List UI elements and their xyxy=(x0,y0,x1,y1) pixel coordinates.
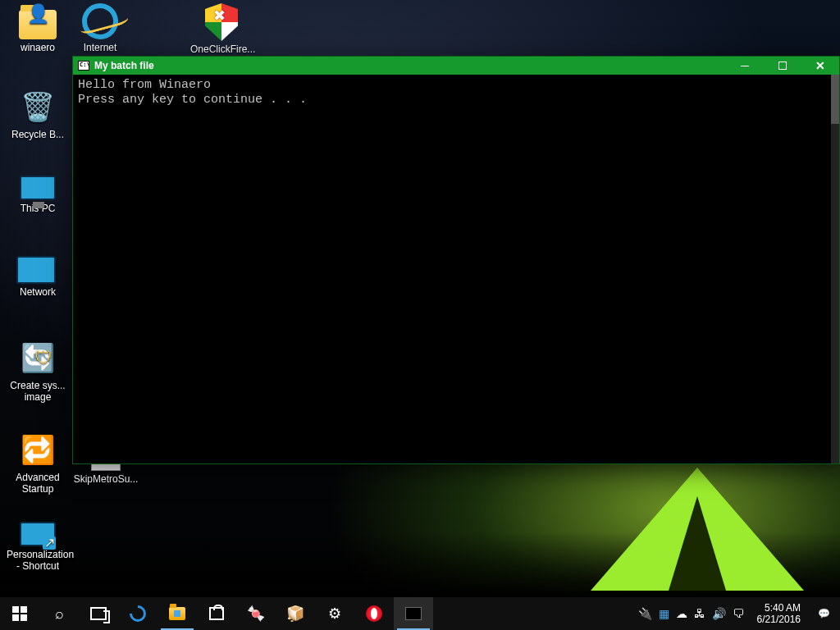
store-icon xyxy=(209,607,224,620)
desktop-icon-personalization-shortcut[interactable]: Personalization - Shortcut xyxy=(7,517,69,572)
taskbar-pinned-app-1[interactable]: 🍬 xyxy=(236,597,276,630)
terminal-output[interactable]: Hello from Winaero Press any key to cont… xyxy=(73,75,839,463)
desktop-icon-oneclickfirewall[interactable]: OneClickFire... xyxy=(190,3,253,55)
desktop-icon-winaero[interactable]: 👤 winaero xyxy=(7,3,69,53)
gears-shield-icon: 🔄 xyxy=(18,338,57,377)
command-prompt-window[interactable]: My batch file ✕ Hello from Winaero Press… xyxy=(72,56,840,464)
taskbar-clock[interactable]: 5:40 AM 6/21/2016 xyxy=(751,597,807,630)
icon-label: Internet xyxy=(84,42,117,53)
clock-date: 6/21/2016 xyxy=(757,614,801,625)
minimize-button[interactable] xyxy=(726,57,764,75)
window-titlebar[interactable]: My batch file ✕ xyxy=(73,57,839,75)
taskbar-settings[interactable]: ⚙ xyxy=(315,597,354,630)
tray-onedrive-icon[interactable]: ☁ xyxy=(676,607,687,620)
taskbar-cmd[interactable] xyxy=(394,597,433,630)
scrollbar-thumb[interactable] xyxy=(831,75,839,124)
action-center-icon: 💬 xyxy=(818,608,830,619)
icon-label: Advanced Startup xyxy=(16,472,59,495)
edge-icon xyxy=(126,602,149,625)
taskbar: ⌕ 🍬 🧊 ⚙ 🔌 ▦ ☁ 🖧 🔊 🗨 5:40 AM 6/21/2016 💬 xyxy=(0,597,840,630)
desktop-icon-internet-explorer[interactable]: Internet xyxy=(69,3,131,53)
gear-icon: ⚙ xyxy=(328,606,341,621)
taskbar-pinned-app-2[interactable]: 🧊 xyxy=(276,597,315,630)
terminal-line: Hello from Winaero xyxy=(78,78,211,92)
maximize-icon xyxy=(778,62,787,70)
app-icon: 🧊 xyxy=(286,606,304,621)
desktop-icon-create-system-image[interactable]: 🔄 Create sys... image xyxy=(7,338,69,403)
start-button[interactable] xyxy=(0,597,39,630)
desktop-icon-recycle-bin[interactable]: 🗑️ Recycle B... xyxy=(7,87,69,140)
shield-icon xyxy=(205,3,238,41)
desktop-icon-network[interactable]: Network xyxy=(7,254,69,298)
taskbar-opera[interactable] xyxy=(354,597,394,630)
terminal-line: Press any key to continue . . . xyxy=(78,93,307,107)
network-icon xyxy=(20,259,56,284)
search-button[interactable]: ⌕ xyxy=(39,597,79,630)
clock-time: 5:40 AM xyxy=(765,602,801,614)
tray-safely-remove-icon[interactable]: 🔌 xyxy=(638,607,652,620)
file-explorer-icon xyxy=(169,607,185,620)
tray-volume-icon[interactable]: 🔊 xyxy=(712,607,726,620)
maximize-button[interactable] xyxy=(764,57,801,75)
icon-label: OneClickFire... xyxy=(190,43,255,55)
recycle-bin-icon: 🗑️ xyxy=(18,87,57,126)
icon-label: winaero xyxy=(21,42,55,53)
close-icon: ✕ xyxy=(815,60,825,71)
search-icon: ⌕ xyxy=(55,606,64,621)
window-controls: ✕ xyxy=(726,57,839,75)
tray-defender-icon[interactable]: ▦ xyxy=(659,607,669,620)
taskbar-store[interactable] xyxy=(197,597,236,630)
personalization-icon xyxy=(20,522,56,546)
icon-label: SkipMetroSu... xyxy=(74,473,139,485)
refresh-icon: 🔁 xyxy=(18,430,57,469)
app-icon: 🍬 xyxy=(247,606,265,621)
desktop-icon-advanced-startup[interactable]: 🔁 Advanced Startup xyxy=(7,430,69,495)
tray-network-icon[interactable]: 🖧 xyxy=(694,607,705,620)
action-center-button[interactable]: 💬 xyxy=(807,597,840,630)
taskview-icon xyxy=(90,607,107,620)
cmd-icon xyxy=(405,607,422,620)
window-title: My batch file xyxy=(94,60,154,71)
scrollbar[interactable]: ▲ xyxy=(831,75,839,463)
icon-label: Personalization - Shortcut xyxy=(7,549,74,572)
close-button[interactable]: ✕ xyxy=(801,57,839,75)
desktop-icon-this-pc[interactable]: This PC xyxy=(7,171,69,214)
taskbar-file-explorer[interactable] xyxy=(158,597,197,630)
opera-icon xyxy=(366,605,382,622)
minimize-icon xyxy=(741,66,749,66)
pc-icon xyxy=(20,176,56,200)
windows-logo-icon xyxy=(12,606,27,621)
icon-label: Network xyxy=(20,286,56,298)
icon-label: Create sys... image xyxy=(10,380,65,403)
system-tray: 🔌 ▦ ☁ 🖧 🔊 🗨 xyxy=(632,597,751,630)
icon-label: Recycle B... xyxy=(11,129,64,140)
folder-user-icon: 👤 xyxy=(19,10,57,39)
cmd-icon xyxy=(78,61,89,71)
taskview-button[interactable] xyxy=(79,597,118,630)
tray-ime-icon[interactable]: 🗨 xyxy=(733,607,744,620)
ie-icon xyxy=(78,0,122,43)
taskbar-edge[interactable] xyxy=(118,597,158,630)
